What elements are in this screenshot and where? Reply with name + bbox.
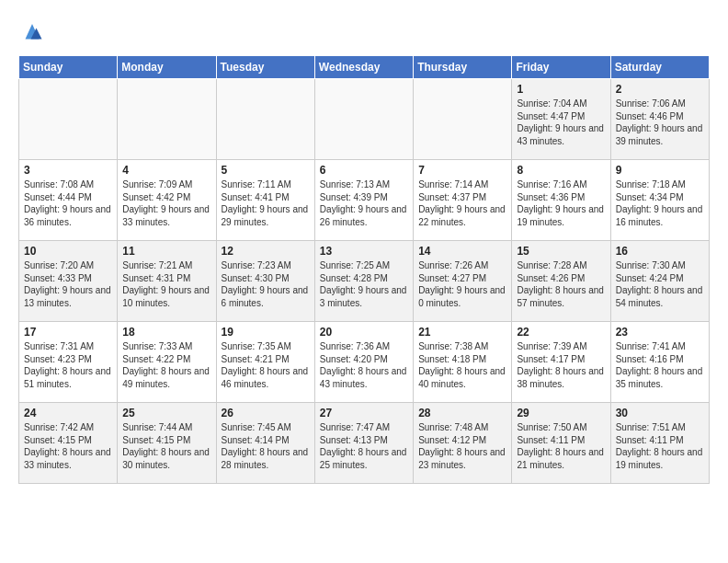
day-number: 29: [517, 407, 605, 419]
day-number: 4: [122, 164, 210, 177]
weekday-header-row: SundayMondayTuesdayWednesdayThursdayFrid…: [19, 56, 710, 79]
day-info: Sunrise: 7:35 AM Sunset: 4:21 PM Dayligh…: [222, 340, 310, 390]
day-number: 16: [616, 245, 704, 258]
calendar-cell: 13Sunrise: 7:25 AM Sunset: 4:28 PM Dayli…: [314, 241, 413, 322]
day-info: Sunrise: 7:23 AM Sunset: 4:30 PM Dayligh…: [222, 259, 310, 309]
calendar-cell: 5Sunrise: 7:11 AM Sunset: 4:41 PM Daylig…: [216, 160, 314, 241]
calendar-cell: 16Sunrise: 7:30 AM Sunset: 4:24 PM Dayli…: [610, 241, 709, 322]
calendar-cell: 17Sunrise: 7:31 AM Sunset: 4:23 PM Dayli…: [19, 322, 118, 403]
calendar-week-4: 17Sunrise: 7:31 AM Sunset: 4:23 PM Dayli…: [19, 322, 710, 403]
day-info: Sunrise: 7:33 AM Sunset: 4:22 PM Dayligh…: [122, 340, 210, 390]
calendar-cell: 30Sunrise: 7:51 AM Sunset: 4:11 PM Dayli…: [610, 403, 709, 484]
page: SundayMondayTuesdayWednesdayThursdayFrid…: [0, 0, 728, 493]
day-number: 11: [122, 245, 210, 258]
calendar-cell: 28Sunrise: 7:48 AM Sunset: 4:12 PM Dayli…: [414, 403, 512, 484]
day-number: 19: [222, 326, 310, 339]
calendar-cell: [118, 79, 216, 160]
day-number: 21: [418, 326, 506, 339]
day-number: 22: [517, 326, 605, 339]
day-info: Sunrise: 7:50 AM Sunset: 4:11 PM Dayligh…: [517, 421, 605, 471]
calendar-week-3: 10Sunrise: 7:20 AM Sunset: 4:33 PM Dayli…: [19, 241, 710, 322]
calendar-cell: 7Sunrise: 7:14 AM Sunset: 4:37 PM Daylig…: [414, 160, 512, 241]
weekday-header-thursday: Thursday: [414, 56, 512, 79]
calendar-week-1: 1Sunrise: 7:04 AM Sunset: 4:47 PM Daylig…: [19, 79, 710, 160]
day-number: 30: [616, 407, 704, 419]
calendar-cell: 26Sunrise: 7:45 AM Sunset: 4:14 PM Dayli…: [216, 403, 314, 484]
calendar-cell: 2Sunrise: 7:06 AM Sunset: 4:46 PM Daylig…: [610, 79, 709, 160]
day-info: Sunrise: 7:13 AM Sunset: 4:39 PM Dayligh…: [320, 178, 408, 228]
calendar-cell: 3Sunrise: 7:08 AM Sunset: 4:44 PM Daylig…: [19, 160, 118, 241]
day-number: 17: [24, 326, 112, 339]
calendar-cell: 10Sunrise: 7:20 AM Sunset: 4:33 PM Dayli…: [19, 241, 118, 322]
day-info: Sunrise: 7:16 AM Sunset: 4:36 PM Dayligh…: [517, 178, 605, 228]
day-info: Sunrise: 7:44 AM Sunset: 4:15 PM Dayligh…: [122, 421, 210, 471]
calendar-cell: 18Sunrise: 7:33 AM Sunset: 4:22 PM Dayli…: [118, 322, 216, 403]
weekday-header-tuesday: Tuesday: [216, 56, 314, 79]
day-number: 2: [616, 83, 704, 96]
calendar-cell: 15Sunrise: 7:28 AM Sunset: 4:26 PM Dayli…: [512, 241, 610, 322]
calendar-cell: 25Sunrise: 7:44 AM Sunset: 4:15 PM Dayli…: [118, 403, 216, 484]
day-info: Sunrise: 7:06 AM Sunset: 4:46 PM Dayligh…: [616, 98, 704, 147]
day-info: Sunrise: 7:09 AM Sunset: 4:42 PM Dayligh…: [122, 178, 210, 228]
day-info: Sunrise: 7:20 AM Sunset: 4:33 PM Dayligh…: [24, 259, 112, 309]
weekday-header-wednesday: Wednesday: [314, 56, 413, 79]
day-info: Sunrise: 7:41 AM Sunset: 4:16 PM Dayligh…: [616, 340, 704, 390]
weekday-header-monday: Monday: [118, 56, 216, 79]
calendar-cell: 6Sunrise: 7:13 AM Sunset: 4:39 PM Daylig…: [314, 160, 413, 241]
calendar-cell: 14Sunrise: 7:26 AM Sunset: 4:27 PM Dayli…: [414, 241, 512, 322]
day-info: Sunrise: 7:28 AM Sunset: 4:26 PM Dayligh…: [517, 259, 605, 309]
day-number: 5: [222, 164, 310, 177]
day-number: 7: [418, 164, 506, 177]
day-info: Sunrise: 7:48 AM Sunset: 4:12 PM Dayligh…: [418, 421, 506, 471]
day-number: 6: [320, 164, 408, 177]
day-number: 3: [24, 164, 112, 177]
day-number: 25: [122, 407, 210, 419]
calendar-cell: [414, 79, 512, 160]
calendar-cell: 23Sunrise: 7:41 AM Sunset: 4:16 PM Dayli…: [610, 322, 709, 403]
day-info: Sunrise: 7:51 AM Sunset: 4:11 PM Dayligh…: [616, 421, 704, 471]
weekday-header-saturday: Saturday: [610, 56, 709, 79]
day-info: Sunrise: 7:04 AM Sunset: 4:47 PM Dayligh…: [517, 98, 605, 147]
day-number: 1: [517, 83, 605, 96]
day-number: 15: [517, 245, 605, 258]
day-info: Sunrise: 7:39 AM Sunset: 4:17 PM Dayligh…: [517, 340, 605, 390]
day-info: Sunrise: 7:45 AM Sunset: 4:14 PM Dayligh…: [222, 421, 310, 471]
calendar-week-5: 24Sunrise: 7:42 AM Sunset: 4:15 PM Dayli…: [19, 403, 710, 484]
calendar-week-2: 3Sunrise: 7:08 AM Sunset: 4:44 PM Daylig…: [19, 160, 710, 241]
calendar-cell: 12Sunrise: 7:23 AM Sunset: 4:30 PM Dayli…: [216, 241, 314, 322]
day-number: 26: [222, 407, 310, 419]
day-number: 14: [418, 245, 506, 258]
day-info: Sunrise: 7:30 AM Sunset: 4:24 PM Dayligh…: [616, 259, 704, 309]
day-number: 23: [616, 326, 704, 339]
calendar-cell: 24Sunrise: 7:42 AM Sunset: 4:15 PM Dayli…: [19, 403, 118, 484]
day-number: 20: [320, 326, 408, 339]
calendar-cell: [19, 79, 118, 160]
day-number: 9: [616, 164, 704, 177]
weekday-header-friday: Friday: [512, 56, 610, 79]
day-info: Sunrise: 7:31 AM Sunset: 4:23 PM Dayligh…: [24, 340, 112, 390]
calendar-cell: 19Sunrise: 7:35 AM Sunset: 4:21 PM Dayli…: [216, 322, 314, 403]
calendar-cell: [314, 79, 413, 160]
calendar-cell: 21Sunrise: 7:38 AM Sunset: 4:18 PM Dayli…: [414, 322, 512, 403]
day-number: 12: [222, 245, 310, 258]
day-info: Sunrise: 7:38 AM Sunset: 4:18 PM Dayligh…: [418, 340, 506, 390]
day-number: 24: [24, 407, 112, 419]
day-info: Sunrise: 7:42 AM Sunset: 4:15 PM Dayligh…: [24, 421, 112, 471]
calendar-cell: 1Sunrise: 7:04 AM Sunset: 4:47 PM Daylig…: [512, 79, 610, 160]
day-info: Sunrise: 7:08 AM Sunset: 4:44 PM Dayligh…: [24, 178, 112, 228]
day-info: Sunrise: 7:11 AM Sunset: 4:41 PM Dayligh…: [222, 178, 310, 228]
day-number: 18: [122, 326, 210, 339]
calendar-cell: 29Sunrise: 7:50 AM Sunset: 4:11 PM Dayli…: [512, 403, 610, 484]
calendar-cell: 27Sunrise: 7:47 AM Sunset: 4:13 PM Dayli…: [314, 403, 413, 484]
day-info: Sunrise: 7:18 AM Sunset: 4:34 PM Dayligh…: [616, 178, 704, 228]
day-info: Sunrise: 7:47 AM Sunset: 4:13 PM Dayligh…: [320, 421, 408, 471]
header: [18, 18, 710, 46]
weekday-header-sunday: Sunday: [19, 56, 118, 79]
day-number: 27: [320, 407, 408, 419]
day-info: Sunrise: 7:25 AM Sunset: 4:28 PM Dayligh…: [320, 259, 408, 309]
day-number: 8: [517, 164, 605, 177]
day-number: 10: [24, 245, 112, 258]
calendar-cell: 20Sunrise: 7:36 AM Sunset: 4:20 PM Dayli…: [314, 322, 413, 403]
calendar-cell: 22Sunrise: 7:39 AM Sunset: 4:17 PM Dayli…: [512, 322, 610, 403]
day-info: Sunrise: 7:36 AM Sunset: 4:20 PM Dayligh…: [320, 340, 408, 390]
